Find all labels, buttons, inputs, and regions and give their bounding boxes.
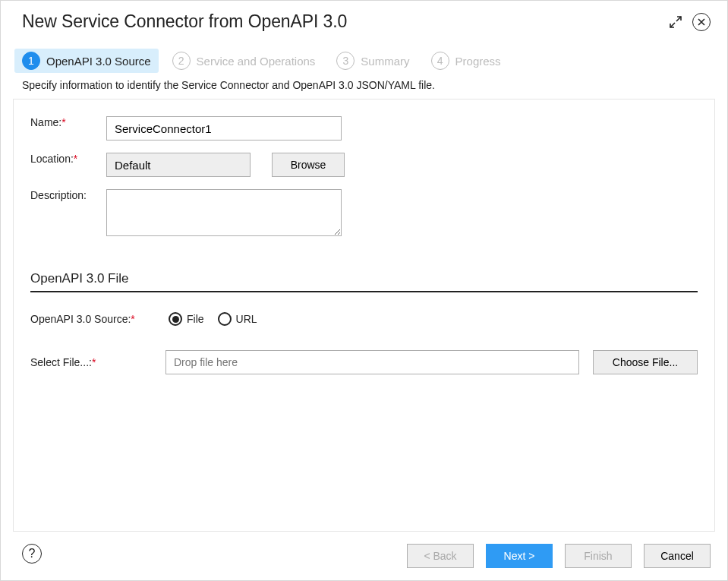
radio-url[interactable]: URL [218, 312, 257, 326]
step-label-2: Service and Operations [197, 55, 316, 68]
name-label: Name:* [30, 116, 106, 128]
close-icon[interactable] [692, 13, 711, 31]
location-input [106, 153, 251, 177]
step-num-4: 4 [431, 52, 449, 70]
step-1[interactable]: 1 OpenAPI 3.0 Source [14, 49, 159, 73]
step-2[interactable]: 2 Service and Operations [172, 52, 316, 70]
wizard-steps: 1 OpenAPI 3.0 Source 2 Service and Opera… [1, 38, 727, 79]
source-radio-group: File URL [169, 312, 257, 326]
source-label: OpenAPI 3.0 Source:* [30, 313, 152, 325]
radio-dot-icon [169, 312, 182, 326]
content-panel: Name:* Location:* Browse Description: Op… [13, 99, 715, 532]
choose-file-button[interactable]: Choose File... [593, 350, 698, 374]
step-label-4: Progress [455, 55, 501, 68]
expand-icon[interactable] [667, 13, 685, 31]
step-label-3: Summary [361, 55, 409, 68]
radio-dot-icon [218, 312, 232, 326]
step-4[interactable]: 4 Progress [431, 52, 501, 70]
name-input[interactable] [106, 116, 342, 141]
dialog-window: New Service Connector from OpenAPI 3.0 1… [0, 0, 728, 581]
file-drop-input[interactable] [165, 350, 579, 374]
description-label: Description: [30, 189, 106, 201]
step-3[interactable]: 3 Summary [336, 52, 409, 70]
description-input[interactable] [106, 189, 342, 236]
step-label-1: OpenAPI 3.0 Source [46, 55, 151, 68]
help-icon[interactable]: ? [22, 544, 42, 564]
back-button[interactable]: < Back [407, 544, 474, 568]
location-label: Location:* [30, 153, 106, 165]
step-description: Specify information to identify the Serv… [1, 79, 727, 99]
radio-file[interactable]: File [169, 312, 204, 326]
browse-button[interactable]: Browse [272, 153, 345, 177]
cancel-button[interactable]: Cancel [644, 544, 711, 568]
file-section-heading: OpenAPI 3.0 File [30, 271, 698, 292]
step-num-2: 2 [172, 52, 191, 70]
dialog-title: New Service Connector from OpenAPI 3.0 [22, 11, 667, 32]
next-button[interactable]: Next > [486, 544, 553, 568]
wizard-footer: < Back Next > Finish Cancel [1, 541, 727, 580]
title-bar: New Service Connector from OpenAPI 3.0 [1, 1, 727, 38]
select-file-label: Select File...:* [30, 356, 152, 368]
step-num-3: 3 [336, 52, 355, 70]
step-num-1: 1 [22, 52, 40, 70]
finish-button[interactable]: Finish [565, 544, 632, 568]
